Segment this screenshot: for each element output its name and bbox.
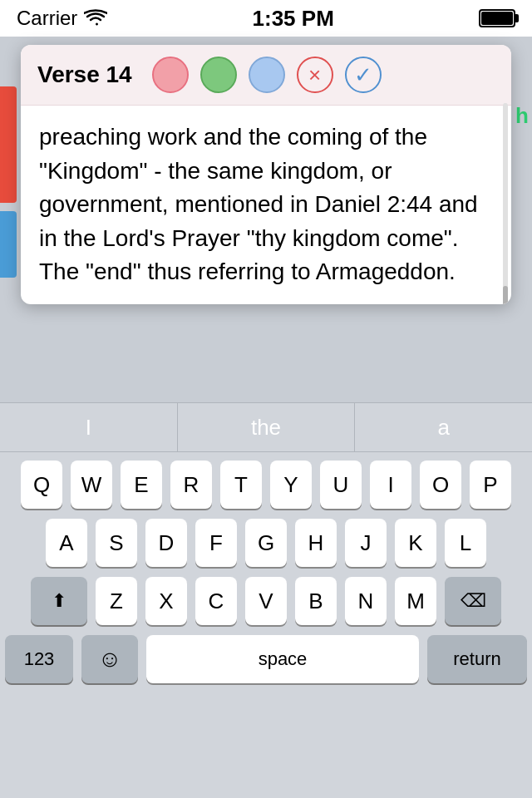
battery-icon [479,9,515,27]
cancel-button[interactable]: × [297,57,333,93]
key-w[interactable]: W [71,461,112,509]
key-c[interactable]: C [195,577,237,625]
wifi-icon [84,9,107,27]
numbers-key[interactable]: 123 [5,635,73,683]
red-circle-button[interactable] [152,57,189,93]
autocomplete-suggestion-1[interactable]: I [0,403,178,451]
key-z[interactable]: Z [96,577,137,625]
backspace-icon: ⌫ [461,590,486,612]
key-p[interactable]: P [470,461,511,509]
key-g[interactable]: G [245,519,287,567]
emoji-key[interactable]: ☺ [81,635,138,683]
key-m[interactable]: M [395,577,436,625]
keyboard: Q W E R T Y U I O P A S D F G H J K L ⬆ … [0,452,532,693]
shift-key[interactable]: ⬆ [31,577,87,625]
return-key[interactable]: return [427,635,527,683]
emoji-icon: ☺ [98,646,122,672]
space-key[interactable]: space [146,635,419,683]
key-s[interactable]: S [96,519,137,567]
autocomplete-suggestion-3[interactable]: a [355,403,532,451]
key-x[interactable]: X [145,577,187,625]
key-q[interactable]: Q [21,461,62,509]
keyboard-bottom-row: 123 ☺ space return [5,635,527,693]
key-v[interactable]: V [245,577,287,625]
key-l[interactable]: L [445,519,486,567]
verse-popover: Verse 14 × ✓ preaching work and the comi… [21,45,511,304]
green-circle-button[interactable] [200,57,237,93]
status-bar: Carrier 1:35 PM [0,0,532,37]
blue-indicator [0,211,17,278]
verse-text: preaching work and the coming of the "Ki… [39,121,493,289]
key-r[interactable]: R [170,461,212,509]
scroll-track[interactable] [503,103,508,304]
popover-title: Verse 14 [37,62,132,88]
key-f[interactable]: F [195,519,237,567]
red-indicator [0,86,17,203]
key-j[interactable]: J [345,519,387,567]
key-t[interactable]: T [220,461,262,509]
confirm-button[interactable]: ✓ [345,57,382,93]
key-u[interactable]: U [320,461,362,509]
keyboard-row-3: ⬆ Z X C V B N M ⌫ [5,577,527,625]
status-right [479,9,515,27]
key-d[interactable]: D [145,519,187,567]
keyboard-row-1: Q W E R T Y U I O P [5,461,527,509]
key-n[interactable]: N [345,577,387,625]
key-e[interactable]: E [121,461,162,509]
key-a[interactable]: A [46,519,87,567]
status-left: Carrier [17,7,107,30]
scroll-thumb[interactable] [503,286,508,304]
key-i[interactable]: I [370,461,411,509]
key-b[interactable]: B [295,577,337,625]
main-content: h Verse 14 × ✓ preaching work and the co… [0,37,532,402]
autocomplete-suggestion-2[interactable]: the [178,403,356,451]
popover-header: Verse 14 × ✓ [21,45,511,106]
key-h[interactable]: H [295,519,337,567]
time-display: 1:35 PM [253,6,334,32]
key-o[interactable]: O [420,461,461,509]
blue-circle-button[interactable] [249,57,285,93]
key-y[interactable]: Y [270,461,312,509]
key-k[interactable]: K [395,519,436,567]
keyboard-row-2: A S D F G H J K L [5,519,527,567]
popover-body[interactable]: preaching work and the coming of the "Ki… [21,106,511,304]
shift-icon: ⬆ [52,590,66,612]
autocomplete-bar: I the a [0,402,532,452]
right-indicator: h [515,103,529,129]
backspace-key[interactable]: ⌫ [445,577,501,625]
carrier-label: Carrier [17,7,77,30]
